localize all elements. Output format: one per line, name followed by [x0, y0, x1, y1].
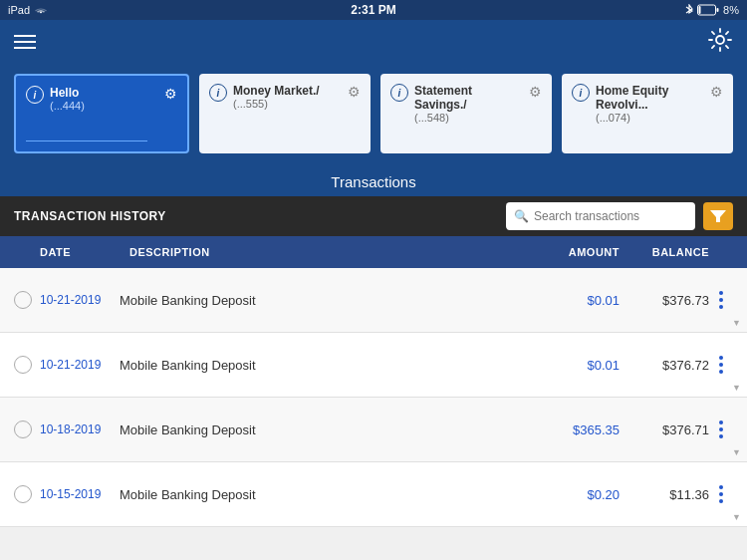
account-number-4: (...074) [596, 112, 704, 124]
row-description-2: Mobile Banking Deposit [120, 422, 530, 437]
column-headers: DATE DESCRIPTION AMOUNT BALANCE [0, 236, 747, 268]
row-radio-2[interactable] [14, 420, 32, 438]
history-title: TRANSACTION HISTORY [14, 209, 166, 223]
col-header-description: DESCRIPTION [129, 246, 530, 258]
account-info-icon-3[interactable]: i [390, 84, 408, 102]
nav-gear-button[interactable] [707, 27, 733, 57]
row-balance-0: $376.73 [620, 293, 709, 308]
history-bar: TRANSACTION HISTORY 🔍 [0, 196, 747, 236]
account-name-2: Money Market./ [233, 84, 342, 98]
account-gear-1[interactable]: ⚙ [164, 86, 177, 102]
account-card-1[interactable]: i Hello (...444) ⚙ [14, 74, 189, 153]
battery-icon [697, 4, 719, 16]
account-name-3: Statement Savings./ [414, 84, 523, 112]
row-date-0: 10-21-2019 [40, 293, 120, 307]
wifi-icon [34, 5, 48, 15]
row-amount-0: $0.01 [530, 293, 620, 308]
row-radio-1[interactable] [14, 356, 32, 374]
status-bar: iPad 2:31 PM 8% [0, 0, 747, 20]
account-info-icon-2[interactable]: i [209, 84, 227, 102]
row-balance-1: $376.72 [620, 358, 709, 373]
transaction-row: 10-21-2019 Mobile Banking Deposit $0.01 … [0, 268, 747, 333]
battery-label: 8% [723, 4, 739, 16]
row-date-2: 10-18-2019 [40, 422, 120, 436]
transaction-row: 10-15-2019 Mobile Banking Deposit $0.20 … [0, 462, 747, 527]
row-more-button-1[interactable] [709, 352, 733, 378]
transaction-row: 10-18-2019 Mobile Banking Deposit $365.3… [0, 398, 747, 462]
row-amount-1: $0.01 [530, 358, 620, 373]
svg-rect-1 [717, 8, 719, 12]
account-gear-3[interactable]: ⚙ [529, 84, 542, 100]
row-description-3: Mobile Banking Deposit [120, 487, 530, 502]
account-number-3: (...548) [414, 112, 523, 124]
row-description-1: Mobile Banking Deposit [120, 358, 530, 373]
col-header-balance: BALANCE [620, 246, 709, 258]
svg-rect-2 [699, 6, 701, 14]
row-date-3: 10-15-2019 [40, 487, 120, 501]
row-balance-3: $11.36 [620, 487, 709, 502]
row-amount-2: $365.35 [530, 422, 620, 437]
row-more-button-0[interactable] [709, 287, 733, 313]
transactions-section-label: Transactions [0, 167, 747, 196]
account-name-4: Home Equity Revolvi... [596, 84, 704, 112]
history-right: 🔍 [506, 202, 733, 230]
account-card-2[interactable]: i Money Market./ (...555) ⚙ [199, 74, 371, 153]
svg-point-3 [716, 36, 724, 44]
account-card-4[interactable]: i Home Equity Revolvi... (...074) ⚙ [562, 74, 733, 153]
status-left: iPad [8, 4, 48, 16]
account-number-1: (...444) [50, 100, 158, 112]
bluetooth-icon [685, 4, 693, 16]
row-radio-0[interactable] [14, 291, 32, 309]
menu-button[interactable] [14, 35, 36, 49]
row-date-1: 10-21-2019 [40, 358, 120, 372]
row-chevron-3: ▼ [732, 512, 741, 522]
row-amount-3: $0.20 [530, 487, 620, 502]
transaction-row: 10-21-2019 Mobile Banking Deposit $0.01 … [0, 333, 747, 398]
status-time: 2:31 PM [351, 3, 395, 17]
row-chevron-2: ▼ [732, 447, 741, 457]
account-card-3[interactable]: i Statement Savings./ (...548) ⚙ [380, 74, 552, 153]
row-more-button-2[interactable] [709, 417, 733, 442]
row-description-0: Mobile Banking Deposit [120, 293, 530, 308]
col-header-amount: AMOUNT [530, 246, 620, 258]
account-info-icon-4[interactable]: i [572, 84, 590, 102]
nav-bar [0, 20, 747, 64]
accounts-section: i Hello (...444) ⚙ i Money Market./ (...… [0, 64, 747, 167]
row-chevron-1: ▼ [732, 383, 741, 393]
carrier-label: iPad [8, 4, 30, 16]
filter-button[interactable] [703, 202, 733, 230]
svg-marker-4 [710, 210, 726, 222]
account-name-1: Hello [50, 86, 158, 100]
account-gear-2[interactable]: ⚙ [348, 84, 361, 100]
search-box[interactable]: 🔍 [506, 202, 695, 230]
account-info-icon-1[interactable]: i [26, 86, 44, 104]
account-number-2: (...555) [233, 98, 342, 110]
account-gear-4[interactable]: ⚙ [710, 84, 723, 100]
row-radio-3[interactable] [14, 485, 32, 503]
search-icon: 🔍 [514, 209, 529, 223]
status-right: 8% [685, 4, 739, 16]
search-input[interactable] [534, 209, 687, 223]
row-chevron-0: ▼ [732, 318, 741, 328]
row-more-button-3[interactable] [709, 481, 733, 507]
transactions-list: 10-21-2019 Mobile Banking Deposit $0.01 … [0, 268, 747, 527]
row-balance-2: $376.71 [620, 422, 709, 437]
col-header-date: DATE [40, 246, 129, 258]
card-divider-1 [26, 140, 147, 142]
